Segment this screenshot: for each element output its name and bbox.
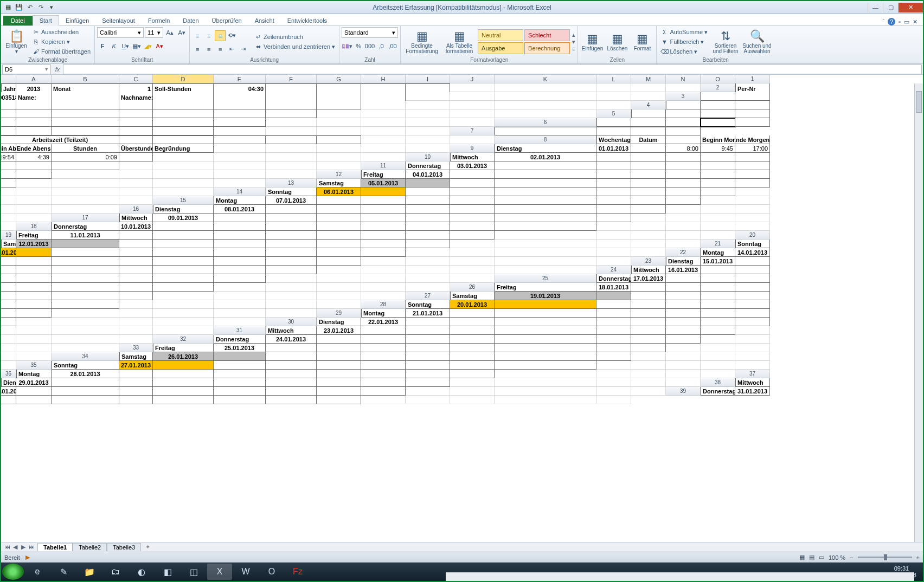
cell[interactable] <box>631 153 666 161</box>
cell[interactable]: 17.01.2013 <box>631 274 666 283</box>
cell[interactable] <box>153 222 214 231</box>
cell[interactable]: A <box>16 75 52 83</box>
cell[interactable] <box>361 274 406 283</box>
cell[interactable] <box>266 127 317 135</box>
cell[interactable]: Mittwoch <box>119 214 153 222</box>
cell[interactable] <box>450 118 495 127</box>
sheet-tab[interactable]: Tabelle2 <box>73 543 107 551</box>
cell[interactable] <box>406 109 450 118</box>
cell[interactable] <box>735 179 770 187</box>
cell[interactable] <box>406 240 450 248</box>
cell[interactable] <box>666 231 701 240</box>
cell[interactable]: 18.01.2013 <box>596 283 631 292</box>
cell[interactable]: Mittwoch <box>735 378 770 387</box>
cell[interactable] <box>631 187 666 196</box>
cell[interactable]: 17 <box>52 214 119 222</box>
cell[interactable] <box>666 283 701 292</box>
cell[interactable] <box>450 109 495 118</box>
cell[interactable] <box>119 370 153 378</box>
cell[interactable] <box>631 283 666 292</box>
cell[interactable] <box>214 170 266 179</box>
cell[interactable] <box>1 101 16 109</box>
cell[interactable]: Ende Abens <box>16 144 52 153</box>
style-bad[interactable]: Schlecht <box>524 29 570 41</box>
cell[interactable] <box>631 352 666 361</box>
cell[interactable] <box>52 309 119 318</box>
cell[interactable] <box>701 109 735 118</box>
cell[interactable]: 3 <box>666 92 701 101</box>
cell[interactable] <box>596 170 631 179</box>
cell[interactable] <box>1 361 16 370</box>
cell[interactable] <box>16 318 52 326</box>
cell[interactable]: Freitag <box>153 344 214 352</box>
cell[interactable]: 9 <box>450 144 495 153</box>
cell[interactable] <box>361 109 406 118</box>
name-box[interactable]: D6▾ <box>2 64 51 74</box>
taskbar-explorer-icon[interactable]: 📁 <box>77 564 102 580</box>
cell[interactable] <box>153 161 214 170</box>
cell[interactable] <box>317 240 361 248</box>
cell[interactable]: 35 <box>16 361 52 370</box>
cell[interactable] <box>406 92 450 101</box>
cell[interactable] <box>450 196 495 205</box>
cell[interactable] <box>406 231 450 240</box>
cell[interactable] <box>631 109 666 118</box>
cell[interactable] <box>666 326 701 335</box>
cell[interactable] <box>406 361 450 370</box>
style-output[interactable]: Ausgabe <box>478 42 523 54</box>
cell[interactable] <box>214 144 266 153</box>
view-layout-icon[interactable]: ▤ <box>809 554 814 561</box>
cell[interactable] <box>361 378 406 387</box>
cell[interactable] <box>153 274 214 283</box>
cell[interactable]: Mittwoch <box>450 153 495 161</box>
cell[interactable]: Begründung <box>153 144 214 153</box>
cell[interactable] <box>450 266 495 274</box>
cell[interactable] <box>119 135 153 144</box>
cell[interactable] <box>266 309 317 318</box>
cell[interactable] <box>119 396 153 404</box>
cell[interactable] <box>666 335 701 344</box>
cell[interactable] <box>495 318 596 326</box>
cell[interactable] <box>450 248 495 257</box>
cell[interactable]: K <box>495 75 596 83</box>
cell[interactable]: 29 <box>317 309 361 318</box>
cell[interactable] <box>119 161 153 170</box>
cell[interactable]: Sonntag <box>406 300 450 309</box>
cell[interactable] <box>666 205 701 214</box>
cell[interactable] <box>1 352 16 361</box>
cell[interactable] <box>701 196 735 205</box>
tab-ansicht[interactable]: Ansicht <box>248 16 281 25</box>
cell[interactable] <box>631 222 666 231</box>
align-left-icon[interactable]: ≡ <box>192 44 203 55</box>
cell[interactable]: 4 <box>631 101 666 109</box>
cell[interactable]: 17:00 <box>735 144 770 153</box>
cell[interactable] <box>596 396 631 404</box>
cell[interactable] <box>735 344 770 352</box>
cell[interactable] <box>596 187 631 196</box>
taskbar-filezilla-icon[interactable]: Fz <box>285 564 310 580</box>
cell[interactable] <box>317 396 361 404</box>
cell[interactable] <box>735 300 770 309</box>
cell[interactable] <box>495 179 596 187</box>
cell[interactable]: Montag <box>214 196 266 205</box>
cell[interactable]: 2 <box>701 83 735 92</box>
cell[interactable] <box>450 396 495 404</box>
cell[interactable] <box>735 118 770 127</box>
taskbar-visio-icon[interactable]: ◫ <box>181 564 206 580</box>
cell[interactable] <box>596 370 631 378</box>
cell[interactable] <box>119 283 153 292</box>
cell[interactable] <box>1 292 16 300</box>
cell[interactable] <box>266 153 317 161</box>
cell[interactable] <box>631 292 666 300</box>
cell[interactable]: 02.01.2013 <box>495 153 596 161</box>
cell[interactable] <box>52 170 119 179</box>
cell[interactable] <box>317 127 361 135</box>
cell[interactable] <box>153 248 214 257</box>
cell[interactable] <box>406 318 450 326</box>
cell[interactable] <box>406 396 450 404</box>
cell[interactable] <box>361 196 406 205</box>
cell[interactable] <box>495 396 596 404</box>
fill-color-button[interactable]: ◢▾ <box>143 41 153 51</box>
paste-button[interactable]: 📋Einfügen▾ <box>3 27 29 56</box>
cell[interactable] <box>16 101 52 109</box>
